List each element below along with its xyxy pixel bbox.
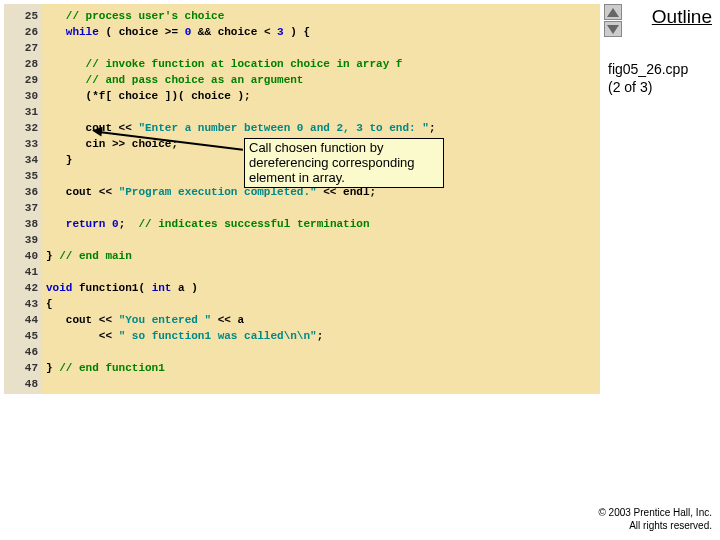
copyright-notice: © 2003 Prentice Hall, Inc. All rights re… (598, 506, 712, 532)
line-number: 25 (4, 8, 38, 24)
line-number: 32 (4, 120, 38, 136)
code-line: } (46, 152, 72, 168)
figure-filename: fig05_26.cpp (608, 60, 714, 78)
copyright-line: © 2003 Prentice Hall, Inc. (598, 506, 712, 519)
line-number: 28 (4, 56, 38, 72)
line-number: 37 (4, 200, 38, 216)
line-number: 47 (4, 360, 38, 376)
line-number: 42 (4, 280, 38, 296)
figure-page: (2 of 3) (608, 78, 714, 96)
line-number: 30 (4, 88, 38, 104)
nav-up-button[interactable] (604, 4, 622, 20)
callout-text: element in array. (249, 171, 439, 186)
code-line: void function1( int a ) (46, 280, 198, 296)
copyright-line: All rights reserved. (598, 519, 712, 532)
code-line: // and pass choice as an argument (46, 72, 303, 88)
code-panel: 25 // process user's choice 26 while ( c… (4, 4, 600, 394)
line-number: 40 (4, 248, 38, 264)
callout-box: Call chosen function by dereferencing co… (244, 138, 444, 188)
callout-text: Call chosen function by (249, 141, 439, 156)
line-number: 27 (4, 40, 38, 56)
code-line: { (46, 296, 53, 312)
line-number: 43 (4, 296, 38, 312)
code-line: // invoke function at location choice in… (46, 56, 402, 72)
callout-text: dereferencing corresponding (249, 156, 439, 171)
code-line: } // end main (46, 248, 132, 264)
code-line: cout << "You entered " << a (46, 312, 244, 328)
triangle-up-icon (607, 8, 619, 17)
figure-label: fig05_26.cpp (2 of 3) (608, 60, 714, 96)
line-number: 45 (4, 328, 38, 344)
line-number: 33 (4, 136, 38, 152)
code-line: return 0; // indicates successful termin… (46, 216, 370, 232)
triangle-down-icon (607, 25, 619, 34)
code-line: << " so function1 was called\n\n"; (46, 328, 323, 344)
code-line: while ( choice >= 0 && choice < 3 ) { (46, 24, 310, 40)
line-number: 46 (4, 344, 38, 360)
code-line: } // end function1 (46, 360, 165, 376)
line-number: 38 (4, 216, 38, 232)
line-number: 36 (4, 184, 38, 200)
line-number: 34 (4, 152, 38, 168)
line-number: 35 (4, 168, 38, 184)
line-number: 39 (4, 232, 38, 248)
code-line: // process user's choice (46, 8, 224, 24)
line-number: 41 (4, 264, 38, 280)
line-number: 29 (4, 72, 38, 88)
line-number: 44 (4, 312, 38, 328)
outline-heading[interactable]: Outline (652, 6, 712, 28)
line-number: 26 (4, 24, 38, 40)
callout-arrow-head (91, 125, 102, 136)
code-line: (*f[ choice ])( choice ); (46, 88, 251, 104)
line-number: 31 (4, 104, 38, 120)
line-number: 48 (4, 376, 38, 392)
nav-down-button[interactable] (604, 21, 622, 37)
